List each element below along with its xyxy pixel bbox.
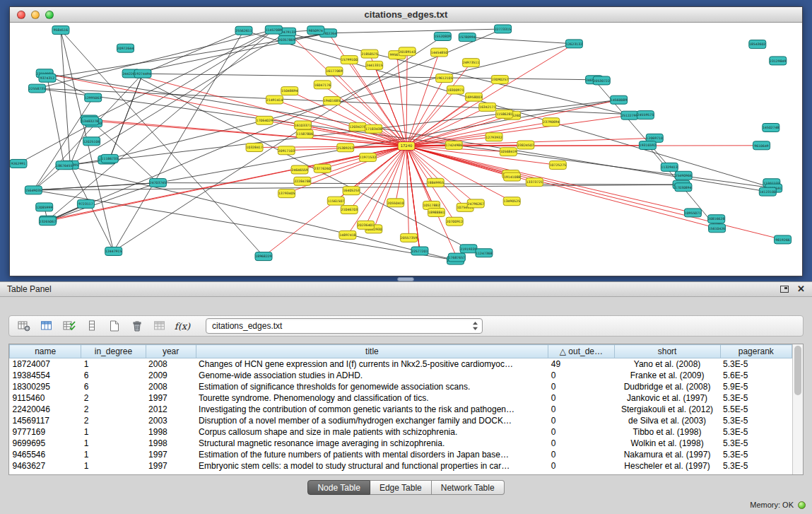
network-node-label: 19612105 <box>436 76 452 80</box>
network-node-label: 18988841 <box>428 211 445 214</box>
zoom-window-button[interactable] <box>45 11 54 19</box>
table-cell: 0 <box>548 460 614 472</box>
table-cell: 0 <box>548 415 614 426</box>
table-cell: 5.9E-5 <box>720 381 792 392</box>
network-window-titlebar[interactable]: citations_edges.txt <box>10 7 802 23</box>
network-edge <box>397 55 406 146</box>
network-node-label: 9262991 <box>11 162 26 165</box>
network-graph: 2371008724703745231044142159197911186733… <box>10 23 802 276</box>
select-rows-glyph <box>63 320 76 332</box>
network-node-label: 17183438 <box>365 127 382 131</box>
network-canvas[interactable]: 2371008724703745231044142159197911186733… <box>10 23 802 276</box>
select-rows-icon[interactable] <box>60 317 78 334</box>
column-header-title[interactable]: title <box>196 345 548 358</box>
network-node-label: 24413315 <box>366 64 382 67</box>
network-node-label: 20357869 <box>278 38 295 42</box>
network-node-label: 9850974 <box>309 29 324 33</box>
function-builder-icon[interactable]: f(x) <box>173 317 192 334</box>
table-row[interactable]: 946362711997Embryonic stem cells: a mode… <box>10 460 792 472</box>
network-node-label: 23790694 <box>543 120 559 124</box>
new-file-icon[interactable] <box>105 317 124 334</box>
import-table-icon[interactable] <box>151 317 169 334</box>
table-settings-icon[interactable] <box>15 317 33 334</box>
table-cell: 1998 <box>146 438 196 449</box>
column-header-in-degree[interactable]: in_degree <box>81 345 146 358</box>
network-node-label: 14897418 <box>339 233 355 237</box>
column-header-year[interactable]: year <box>146 345 196 358</box>
column-header-out-de[interactable]: △ out_de… <box>548 345 614 358</box>
memory-status-indicator <box>798 501 806 509</box>
network-node-label: 19141088 <box>504 175 520 179</box>
table-cell: 1997 <box>146 449 196 460</box>
attribute-table: namein_degreeyeartitle△ out_de…shortpage… <box>9 344 792 472</box>
table-cell: Structural magnetic resonance image aver… <box>196 438 548 449</box>
network-node-label: 16958003 <box>466 95 482 99</box>
cytoscape-app: citations_edges.txt 23710087247037452310… <box>0 0 812 514</box>
network-node-label: 19401685 <box>324 99 340 103</box>
table-row[interactable]: 911546021997Tourette syndrome. Phenomeno… <box>10 392 792 404</box>
network-node-label: 15520809 <box>435 35 451 38</box>
rows-icon[interactable] <box>83 317 101 334</box>
table-row[interactable]: 977716911998Corpus callosum shape and si… <box>10 426 792 438</box>
network-node-label: 15780994 <box>459 35 476 39</box>
table-cell: Yano et al. (2008) <box>614 358 720 370</box>
table-scrollbar-thumb[interactable] <box>794 346 801 395</box>
table-cell: 2 <box>81 392 146 404</box>
network-node-label: 23824507 <box>517 144 534 147</box>
minimize-window-button[interactable] <box>31 11 40 19</box>
table-cell: 19384554 <box>10 370 81 381</box>
network-node-label: 18968229 <box>255 255 271 258</box>
network-node-label: 24559575 <box>637 113 654 117</box>
table-row[interactable]: 969969511998Structural magnetic resonanc… <box>10 438 792 449</box>
table-cell: 5.3E-5 <box>720 449 792 460</box>
network-edge <box>45 74 406 146</box>
delete-icon[interactable] <box>128 317 146 334</box>
table-source-value: citations_edges.txt <box>212 321 282 331</box>
network-node-label: 18849955 <box>428 181 444 185</box>
tab-edge-table[interactable]: Edge Table <box>370 480 432 495</box>
close-panel-icon[interactable]: ✕ <box>797 285 805 293</box>
table-cell: Tibbo et al. (1998) <box>614 426 720 438</box>
tab-network-table[interactable]: Network Table <box>432 480 505 495</box>
table-cell: 9463627 <box>10 460 81 472</box>
close-window-button[interactable] <box>17 11 25 19</box>
table-cell: 1 <box>81 438 146 449</box>
column-header-name[interactable]: name <box>10 345 81 358</box>
column-header-short[interactable]: short <box>614 345 720 358</box>
tab-node-table[interactable]: Node Table <box>307 480 370 495</box>
table-row[interactable]: 1938455462009Genome-wide association stu… <box>10 370 792 381</box>
show-columns-icon[interactable] <box>37 317 56 334</box>
network-node-label: 12995063 <box>85 96 101 100</box>
network-node-label: 10955071 <box>685 211 701 215</box>
status-bar: Memory: OK <box>750 501 806 509</box>
network-node-label: 9819266 <box>775 238 790 242</box>
window-traffic-lights <box>17 11 54 19</box>
table-row[interactable]: 946554611997Estimation of the future num… <box>10 449 792 460</box>
network-edge <box>406 52 407 146</box>
table-panel-header: Table Panel ✕ <box>0 281 812 297</box>
table-cell: 6 <box>81 381 146 392</box>
table-scrollbar[interactable] <box>792 344 803 474</box>
network-node-label: 20236401 <box>358 223 374 227</box>
table-source-dropdown[interactable]: citations_edges.txt <box>206 318 483 334</box>
network-node-label: 9584516 <box>54 28 69 32</box>
network-node-label: 12623132 <box>566 42 582 46</box>
table-row[interactable]: 1456911722003Disruption of a novel membe… <box>10 415 792 426</box>
network-node-label: 18676455 <box>56 164 72 168</box>
network-node-label: 11587806 <box>297 132 313 136</box>
network-edge <box>158 183 681 185</box>
node-table: namein_degreeyeartitle△ out_de…shortpage… <box>8 344 804 475</box>
table-cell: 0 <box>548 438 614 449</box>
table-row[interactable]: 1872400712008Changes of HCN gene express… <box>10 358 792 370</box>
table-cell: Estimation of significance thresholds fo… <box>196 381 548 392</box>
table-cell: Corpus callosum shape and size in male p… <box>196 426 548 438</box>
table-row[interactable]: 2242004622012Investigating the contribut… <box>10 404 792 415</box>
network-node-label: 22558735 <box>29 87 45 90</box>
table-cell: Genome-wide association studies in ADHD. <box>196 370 548 381</box>
column-header-pagerank[interactable]: pagerank <box>720 345 792 358</box>
float-panel-icon[interactable] <box>780 286 789 293</box>
table-row[interactable]: 1830029562008Estimation of significance … <box>10 381 792 392</box>
table-cell: 1997 <box>146 460 196 472</box>
network-node-label: 17030894 <box>675 186 691 189</box>
network-edge <box>94 123 158 183</box>
